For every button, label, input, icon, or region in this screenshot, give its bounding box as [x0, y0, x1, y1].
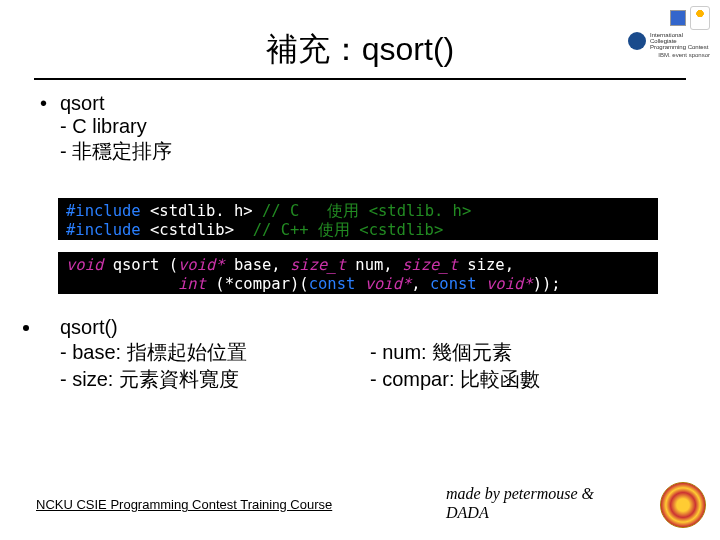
param-num-desc: - num: 幾個元素 [370, 339, 512, 366]
param-compar-desc: - compar: 比較函數 [370, 366, 540, 393]
kw-const: const [430, 275, 477, 293]
section-qsort-intro: qsort - C library - 非穩定排序 [42, 92, 172, 165]
acm-logo-icon [628, 32, 646, 50]
sp [477, 275, 486, 293]
section-qsort-params: qsort() - base: 指標起始位置 - num: 幾個元素 - siz… [42, 316, 540, 393]
university-seal-icon [660, 482, 706, 528]
title-underline [34, 78, 686, 80]
param-size-desc: - size: 元素資料寬度 [60, 366, 370, 393]
sub-unstable: - 非穩定排序 [60, 138, 172, 165]
kw-include: #include [66, 202, 141, 220]
kw-voidp: void* [486, 275, 533, 293]
fn-compar: (*compar)( [206, 275, 309, 293]
code-prototype-block: void qsort (void* base, size_t num, size… [58, 252, 658, 294]
footer-author: made by petermouse & DADA [446, 484, 594, 522]
fn-qsort: qsort [103, 256, 168, 274]
pad [66, 275, 178, 293]
kw-const: const [309, 275, 356, 293]
code-text: <cstdlib> [141, 221, 253, 239]
footer-author-line1: made by petermouse & [446, 484, 594, 503]
acm-text: International Collegiate Programming Con… [650, 32, 710, 50]
footer-course: NCKU CSIE Programming Contest Training C… [36, 497, 332, 512]
kw-voidp: void* [365, 275, 412, 293]
kw-include: #include [66, 221, 141, 239]
param-base: base, [225, 256, 290, 274]
logo-square [670, 10, 686, 26]
comma: , [411, 275, 430, 293]
paren: ( [169, 256, 178, 274]
bullet-qsort-fn: qsort() [60, 316, 118, 338]
code-text: <stdlib. h> [141, 202, 262, 220]
kw-void: void [66, 256, 103, 274]
lightbulb-icon [690, 6, 710, 30]
ibm-sponsor: IBM. event sponsor [658, 52, 710, 58]
logo-cluster: International Collegiate Programming Con… [610, 6, 710, 76]
end: )); [533, 275, 561, 293]
param-size: size, [458, 256, 514, 274]
code-comment: // C 使用 <stdlib. h> [262, 202, 471, 220]
kw-sizet: size_t [290, 256, 346, 274]
sub-clibrary: - C library [60, 115, 172, 138]
kw-int: int [178, 275, 206, 293]
footer-author-line2: DADA [446, 503, 594, 522]
param-base-desc: - base: 指標起始位置 [60, 339, 370, 366]
kw-voidp: void* [178, 256, 225, 274]
code-comment: // C++ 使用 <cstdlib> [253, 221, 444, 239]
kw-sizet: size_t [402, 256, 458, 274]
bullet-qsort: qsort [60, 92, 104, 114]
sp [355, 275, 364, 293]
param-num: num, [346, 256, 402, 274]
code-include-block: #include <stdlib. h> // C 使用 <stdlib. h>… [58, 198, 658, 240]
